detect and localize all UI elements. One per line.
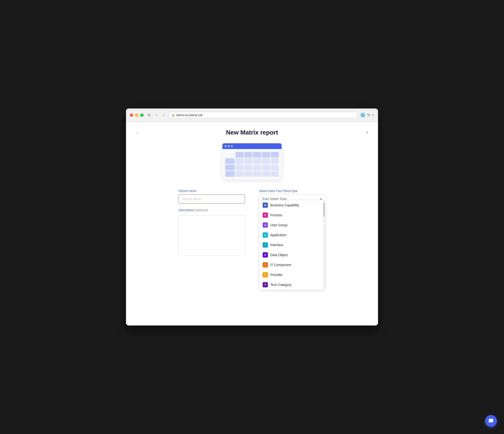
select-base-label: Select base Fact Sheet type [259, 189, 325, 193]
form-section: Report name Description (optional) Selec… [135, 189, 369, 257]
dropdown-item-provider[interactable]: P Provider [259, 270, 325, 280]
forward-button[interactable]: › [162, 113, 166, 118]
grid-cell [225, 152, 235, 158]
page-close-button[interactable]: × [366, 130, 369, 135]
traffic-light-red[interactable] [130, 113, 133, 117]
traffic-light-green[interactable] [140, 113, 144, 117]
grid-cell [244, 152, 252, 158]
browser-chrome: ⊞ ‹ › 🔒 demo-eu.leanix.net 🌐 ↻ + [126, 108, 378, 122]
scrollbar-thumb[interactable] [323, 203, 325, 217]
dropdown-item-business-capability[interactable]: B Business Capability [259, 200, 325, 210]
grid-cell [244, 171, 252, 177]
label-tech-category: Tech Category [270, 283, 292, 287]
label-data-object: Data Object [270, 253, 288, 257]
scrollbar-track [323, 200, 325, 290]
badge-application: A [263, 232, 268, 238]
grid-cell [235, 165, 243, 170]
badge-data-object: D [263, 252, 268, 258]
form-right: Select base Fact Sheet type Fact Sheet T… [259, 189, 325, 257]
dropdown-item-it-component[interactable]: I IT Component [259, 260, 325, 270]
fact-sheet-type-dropdown: B Business Capability P Process U User G… [259, 200, 325, 290]
badge-provider: P [263, 272, 268, 277]
grid-cell [235, 152, 243, 158]
grid-cell [235, 171, 243, 177]
preview-dot-1 [225, 145, 227, 147]
label-business-capability: Business Capability [270, 203, 299, 207]
description-label: Description (optional) [179, 208, 245, 212]
browser-actions: 🌐 ↻ + [360, 113, 374, 117]
back-button[interactable]: ‹ [155, 113, 159, 118]
dropdown-item-user-group[interactable]: U User Group [259, 220, 325, 230]
lock-icon: 🔒 [172, 113, 175, 117]
preview-dot-2 [228, 145, 230, 147]
label-user-group: User Group [270, 223, 287, 227]
grid-cell [244, 158, 252, 164]
grid-cell [262, 165, 270, 170]
grid-cell [244, 165, 252, 170]
label-provider: Provider [270, 273, 283, 277]
chat-button[interactable] [485, 415, 497, 427]
form-left: Report name Description (optional) [179, 189, 245, 257]
grid-cell [253, 158, 261, 164]
label-it-component: IT Component [270, 263, 291, 267]
url-text: demo-eu.leanix.net [176, 113, 203, 117]
grid-cell [262, 152, 270, 158]
traffic-lights [130, 113, 144, 117]
label-interface: Interface [270, 243, 283, 247]
dropdown-item-application[interactable]: A Application [259, 230, 325, 240]
translate-icon: 🌐 [360, 113, 365, 117]
badge-interface: I [263, 242, 268, 248]
label-process: Process [270, 213, 282, 217]
report-name-input[interactable] [179, 194, 245, 203]
preview-grid [225, 152, 279, 177]
badge-tech-category: T [263, 282, 268, 287]
grid-cell [271, 152, 279, 158]
refresh-icon[interactable]: ↻ [367, 113, 370, 117]
chat-icon [488, 418, 494, 424]
badge-business-capability: B [263, 203, 268, 208]
grid-cell [253, 152, 261, 158]
dropdown-item-data-object[interactable]: D Data Object [259, 250, 325, 260]
browser-window: ⊞ ‹ › 🔒 demo-eu.leanix.net 🌐 ↻ + ← New M… [126, 108, 378, 326]
page-content: ← New Matrix report × [126, 122, 378, 326]
badge-user-group: U [263, 222, 268, 228]
description-textarea[interactable] [179, 216, 245, 256]
grid-cell [225, 165, 235, 170]
report-preview [135, 143, 369, 180]
grid-cell [271, 165, 279, 170]
grid-cell [225, 171, 235, 177]
preview-titlebar [222, 143, 282, 149]
traffic-light-yellow[interactable] [135, 113, 138, 117]
grid-cell [271, 158, 279, 164]
add-tab-icon[interactable]: + [372, 113, 374, 117]
grid-cell [262, 158, 270, 164]
preview-body [222, 149, 282, 180]
report-name-label: Report name [179, 189, 245, 193]
grid-cell [271, 171, 279, 177]
preview-dot-3 [231, 145, 233, 147]
badge-process: P [263, 212, 268, 218]
preview-card [222, 143, 282, 180]
page-back-button[interactable]: ← [135, 130, 140, 135]
page-title: New Matrix report [226, 129, 278, 136]
grid-cell [253, 165, 261, 170]
address-bar: 🔒 demo-eu.leanix.net [169, 112, 358, 118]
grid-cell [225, 158, 235, 164]
grid-cell [253, 171, 261, 177]
dropdown-item-process[interactable]: P Process [259, 210, 325, 220]
optional-label: (optional) [195, 208, 208, 212]
label-application: Application [270, 233, 287, 237]
grid-cell [235, 158, 243, 164]
page-header: ← New Matrix report × [135, 129, 369, 136]
grid-cell [262, 171, 270, 177]
sidebar-toggle-button[interactable]: ⊞ [146, 113, 152, 117]
badge-it-component: I [263, 262, 268, 267]
dropdown-item-tech-category[interactable]: T Tech Category [259, 280, 325, 290]
dropdown-item-interface[interactable]: I Interface [259, 240, 325, 250]
